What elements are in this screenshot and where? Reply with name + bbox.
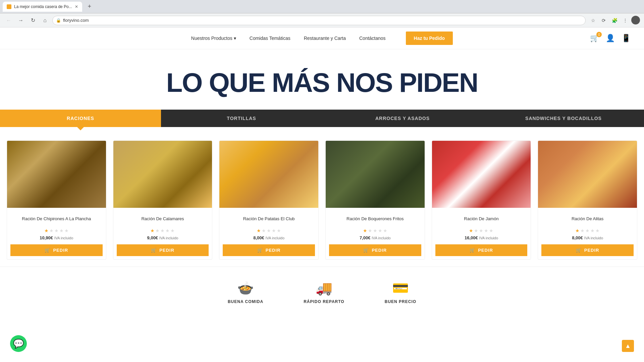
star-icon: ★ [469, 228, 473, 233]
pedir-button[interactable]: 🛒 PEDIR [329, 244, 421, 256]
star-icon: ★ [44, 228, 49, 233]
price-value: 8,00€ [572, 235, 583, 240]
price-tax: IVA incluido [372, 236, 391, 240]
pedir-button[interactable]: 🛒 PEDIR [117, 244, 209, 256]
star-icon: ★ [150, 228, 155, 233]
product-card: Ración De Jamón ★★★★★ 16,00€ IVA incluid… [432, 140, 531, 260]
cart-small-icon: 🛒 [45, 248, 50, 253]
product-price: 7,00€ IVA incluido [329, 235, 421, 240]
feature-label: BUENA COMIDA [228, 299, 263, 304]
star-icon: ★ [155, 228, 160, 233]
pedir-button[interactable]: 🛒 PEDIR [10, 244, 103, 256]
pedir-button[interactable]: 🛒 PEDIR [541, 244, 634, 256]
main-navigation: Nuestros Productos ▾ Comidas Temáticas R… [191, 36, 386, 41]
profile-sync-button[interactable]: ⟳ [599, 16, 608, 25]
cart-small-icon: 🛒 [151, 248, 157, 253]
mobile-icon[interactable]: 📱 [622, 34, 631, 43]
product-rating: ★★★★★ [329, 228, 421, 233]
product-name: Ración De Patatas El Club [223, 213, 315, 225]
star-icon: ★ [368, 228, 372, 233]
product-name: Ración De Alitas [541, 213, 634, 225]
product-info: Ración De Alitas ★★★★★ 8,00€ IVA incluid… [538, 208, 637, 259]
product-card: Ración De Chipirones A La Plancha ★★★★★ … [7, 140, 106, 260]
product-card: Ración De Alitas ★★★★★ 8,00€ IVA incluid… [538, 140, 637, 260]
star-icon: ★ [479, 228, 483, 233]
nav-item-productos[interactable]: Nuestros Productos ▾ [191, 36, 236, 41]
cart-icon[interactable]: 🛒 0 [590, 34, 599, 43]
browser-tab[interactable]: La mejor comida casera de Po... ✕ [3, 2, 82, 12]
refresh-button[interactable]: ↻ [28, 16, 38, 25]
star-icon: ★ [54, 228, 59, 233]
tab-tortillas[interactable]: TORTILLAS [161, 110, 322, 127]
url-text: floryvino.com [63, 18, 89, 23]
star-icon: ★ [383, 228, 387, 233]
nav-item-contactanos[interactable]: Contáctanos [359, 36, 386, 41]
product-rating: ★★★★★ [435, 228, 528, 233]
address-bar[interactable]: 🔒 floryvino.com [52, 16, 586, 25]
bookmark-button[interactable]: ☆ [588, 16, 598, 25]
nav-item-comidas-tematicas[interactable]: Comidas Temáticas [250, 36, 290, 41]
star-icon: ★ [373, 228, 377, 233]
product-price: 9,00€ IVA incluido [117, 235, 209, 240]
site-header: Nuestros Productos ▾ Comidas Temáticas R… [0, 27, 644, 49]
product-name: Ración De Jamón [435, 213, 528, 225]
extensions-button[interactable]: 🧩 [610, 16, 619, 25]
pedir-button[interactable]: 🛒 PEDIR [223, 244, 315, 256]
back-button[interactable]: ← [4, 16, 13, 25]
price-tax: IVA incluido [265, 236, 284, 240]
forward-button[interactable]: → [16, 16, 25, 25]
header-icons: 🛒 0 👤 📱 [590, 34, 631, 43]
browser-profile-avatar[interactable] [631, 16, 640, 24]
product-price: 8,00€ IVA incluido [223, 235, 315, 240]
feature-icon: 🚚 [316, 280, 332, 296]
product-rating: ★★★★★ [223, 228, 315, 233]
feature-icon: 💳 [392, 280, 409, 296]
browser-nav: ← → ↻ ⌂ 🔒 floryvino.com ☆ ⟳ 🧩 ⋮ [0, 13, 644, 27]
price-value: 9,00€ [147, 235, 158, 240]
feature-label: RÁPIDO REPARTO [304, 299, 344, 304]
star-icon: ★ [590, 228, 595, 233]
star-icon: ★ [64, 228, 69, 233]
pedir-label: PEDIR [266, 248, 281, 253]
menu-button[interactable]: ⋮ [621, 16, 630, 25]
category-tabs: RACIONES TORTILLAS ARROCES Y ASADOS SAND… [0, 110, 644, 127]
pedir-label: PEDIR [53, 248, 68, 253]
order-button[interactable]: Haz tu Pedido [406, 32, 453, 45]
tab-title: La mejor comida casera de Po... [14, 4, 72, 9]
tab-arroces[interactable]: ARROCES Y ASADOS [322, 110, 483, 127]
product-image [113, 141, 212, 208]
product-info: Ración De Boquerones Fritos ★★★★★ 7,00€ … [326, 208, 425, 259]
product-image [326, 141, 425, 208]
product-image [538, 141, 637, 208]
product-info: Ración De Chipirones A La Plancha ★★★★★ … [7, 208, 106, 259]
star-icon: ★ [49, 228, 54, 233]
star-icon: ★ [272, 228, 276, 233]
star-icon: ★ [575, 228, 580, 233]
product-rating: ★★★★★ [10, 228, 103, 233]
tab-close-button[interactable]: ✕ [75, 4, 78, 9]
product-image [7, 141, 106, 208]
feature-label: BUEN PRECIO [385, 299, 416, 304]
browser-toolbar-right: ☆ ⟳ 🧩 ⋮ [588, 16, 640, 25]
product-info: Ración De Patatas El Club ★★★★★ 8,00€ IV… [219, 208, 318, 259]
product-card: Ración De Patatas El Club ★★★★★ 8,00€ IV… [219, 140, 319, 260]
nav-item-restaurante[interactable]: Restaurante y Carta [304, 36, 346, 41]
home-button[interactable]: ⌂ [40, 16, 50, 25]
price-value: 8,00€ [253, 235, 264, 240]
new-tab-button[interactable]: + [85, 2, 94, 11]
price-value: 7,00€ [360, 235, 371, 240]
price-value: 16,00€ [465, 235, 478, 240]
tab-raciones[interactable]: RACIONES [0, 110, 161, 127]
pedir-button[interactable]: 🛒 PEDIR [435, 244, 528, 256]
price-tax: IVA incluido [584, 236, 603, 240]
product-price: 16,00€ IVA incluido [435, 235, 528, 240]
user-icon[interactable]: 👤 [606, 34, 615, 43]
star-icon: ★ [165, 228, 170, 233]
star-icon: ★ [363, 228, 367, 233]
product-info: Ración De Calamares ★★★★★ 9,00€ IVA incl… [113, 208, 212, 259]
product-rating: ★★★★★ [541, 228, 634, 233]
browser-chrome: La mejor comida casera de Po... ✕ + [0, 0, 644, 13]
product-name: Ración De Chipirones A La Plancha [10, 213, 103, 225]
tab-sandwiches[interactable]: SANDWICHES Y BOCADILLOS [483, 110, 644, 127]
star-icon: ★ [160, 228, 165, 233]
